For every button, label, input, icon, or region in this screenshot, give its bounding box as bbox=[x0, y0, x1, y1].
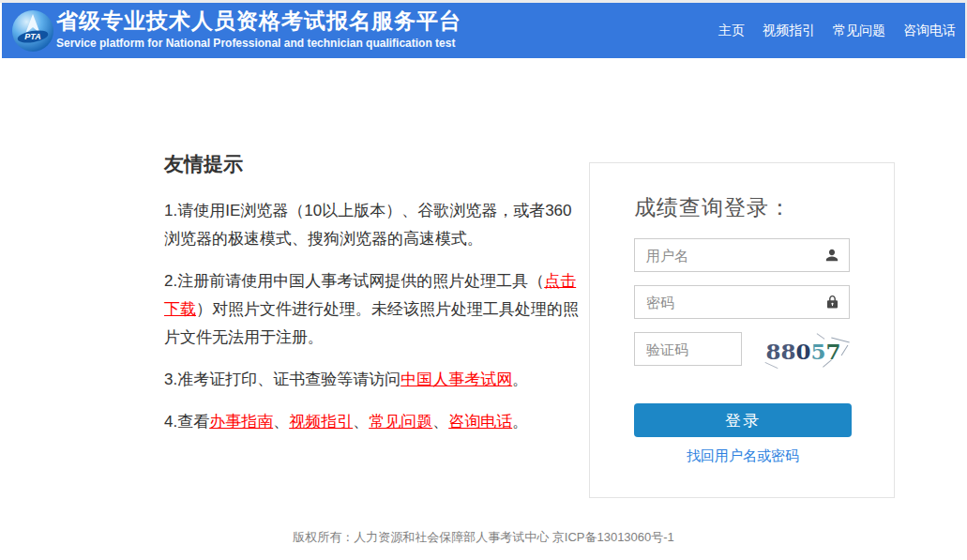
tip-text: 、 bbox=[273, 413, 289, 431]
tip-text: 、 bbox=[353, 413, 369, 431]
tip-text: ）对照片文件进行处理。未经该照片处理工具处理的照片文件无法用于注册。 bbox=[164, 300, 579, 346]
tip-paragraph: 2.注册前请使用中国人事考试网提供的照片处理工具（点击下载）对照片文件进行处理。… bbox=[164, 267, 582, 352]
password-input[interactable] bbox=[634, 285, 850, 319]
tip-text: 2.注册前请使用中国人事考试网提供的照片处理工具（ bbox=[164, 272, 544, 290]
login-button[interactable]: 登录 bbox=[634, 403, 852, 437]
captcha-digit: 8 bbox=[780, 339, 795, 364]
tip-link-faq[interactable]: 常见问题 bbox=[369, 413, 432, 431]
logo-text: PTA bbox=[24, 32, 40, 41]
captcha-digit: 7 bbox=[826, 339, 841, 364]
site-title: 省级专业技术人员资格考试报名服务平台 bbox=[56, 8, 461, 35]
captcha-input[interactable] bbox=[634, 332, 742, 366]
tip-link-cpta-site[interactable]: 中国人事考试网 bbox=[400, 371, 512, 388]
site-subtitle: Service platform for National Profession… bbox=[56, 37, 461, 50]
nav-faq[interactable]: 常见问题 bbox=[833, 23, 885, 39]
tip-text: 4.查看 bbox=[164, 413, 209, 431]
lock-icon bbox=[824, 294, 840, 310]
header: PTA 省级专业技术人员资格考试报名服务平台 Service platform … bbox=[2, 3, 965, 58]
tip-paragraph: 1.请使用IE浏览器（10以上版本）、谷歌浏览器，或者360浏览器的极速模式、搜… bbox=[164, 197, 582, 253]
user-icon bbox=[823, 247, 840, 264]
tip-text: 、 bbox=[432, 413, 448, 431]
captcha-row: 88057 bbox=[634, 332, 850, 370]
captcha-digit: 0 bbox=[795, 339, 810, 364]
tip-text: 。 bbox=[512, 413, 528, 431]
login-title: 成绩查询登录： bbox=[634, 193, 851, 222]
tip-text: 1.请使用IE浏览器（10以上版本）、谷歌浏览器，或者360浏览器的极速模式、搜… bbox=[164, 202, 572, 248]
forgot-credentials-link[interactable]: 找回用户名或密码 bbox=[634, 447, 852, 465]
tip-text: 。 bbox=[512, 371, 528, 388]
username-input[interactable] bbox=[634, 238, 850, 272]
captcha-image[interactable]: 88057 bbox=[757, 332, 850, 370]
footer: 版权所有：人力资源和社会保障部人事考试中心 京ICP备13013060号-1 bbox=[0, 529, 967, 546]
tip-paragraph: 3.准考证打印、证书查验等请访问中国人事考试网。 bbox=[164, 366, 582, 394]
nav-hotline[interactable]: 咨询电话 bbox=[903, 23, 956, 39]
tip-link-video-guide[interactable]: 视频指引 bbox=[289, 413, 353, 431]
tips-body: 1.请使用IE浏览器（10以上版本）、谷歌浏览器，或者360浏览器的极速模式、搜… bbox=[164, 197, 582, 436]
tips-title: 友情提示 bbox=[164, 151, 582, 177]
tips-section: 友情提示 1.请使用IE浏览器（10以上版本）、谷歌浏览器，或者360浏览器的极… bbox=[164, 151, 582, 450]
password-field bbox=[634, 285, 850, 319]
nav-home[interactable]: 主页 bbox=[718, 23, 745, 39]
top-nav: 主页视频指引常见问题咨询电话 bbox=[718, 3, 956, 58]
tip-paragraph: 4.查看办事指南、视频指引、常见问题、咨询电话。 bbox=[164, 408, 582, 436]
nav-video-guide[interactable]: 视频指引 bbox=[763, 23, 815, 39]
captcha-noise-line bbox=[841, 345, 849, 356]
site-titles: 省级专业技术人员资格考试报名服务平台 Service platform for … bbox=[56, 8, 461, 50]
username-field bbox=[634, 238, 850, 272]
tip-link-hotline[interactable]: 咨询电话 bbox=[448, 413, 512, 431]
tip-text: 3.准考证打印、证书查验等请访问 bbox=[164, 371, 400, 388]
captcha-digit: 5 bbox=[811, 339, 826, 364]
pta-logo: PTA bbox=[11, 9, 54, 53]
tip-link-guide[interactable]: 办事指南 bbox=[209, 413, 273, 431]
copyright-text: 版权所有：人力资源和社会保障部人事考试中心 京ICP备13013060号-1 bbox=[293, 530, 674, 544]
captcha-digit: 8 bbox=[765, 339, 780, 364]
login-panel: 成绩查询登录： bbox=[589, 162, 895, 498]
page: PTA 省级专业技术人员资格考试报名服务平台 Service platform … bbox=[0, 0, 967, 560]
